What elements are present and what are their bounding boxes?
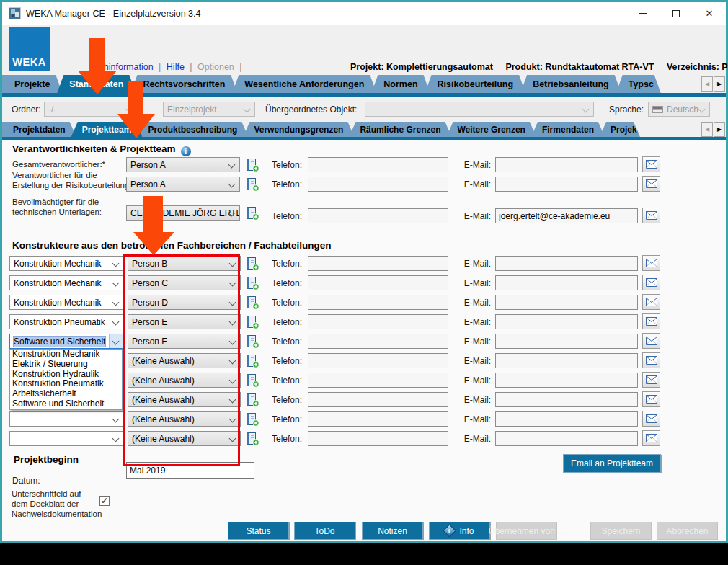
tab-produktbeschreibung[interactable]: Produktbeschreibung: [137, 122, 248, 137]
maximize-button[interactable]: [660, 2, 693, 25]
telefon-input[interactable]: [308, 431, 448, 446]
email-projektteam-button[interactable]: Email an Projektteam: [563, 454, 661, 473]
tab-typschild[interactable]: Typsc: [616, 75, 661, 93]
add-contact-button[interactable]: [244, 334, 261, 350]
add-contact-button[interactable]: [244, 392, 261, 408]
email-input[interactable]: joerg.ertelt@ce-akademie.eu: [495, 208, 638, 223]
add-contact-button[interactable]: [244, 431, 261, 447]
fachbereich-select[interactable]: Konstruktion Mechanik: [9, 295, 124, 310]
notizen-button[interactable]: Notizen: [362, 522, 423, 540]
email-input[interactable]: [495, 353, 638, 368]
dropdown-option[interactable]: Elektrik / Steuerung: [10, 360, 122, 370]
telefon-input[interactable]: [308, 295, 448, 310]
send-mail-button[interactable]: [642, 411, 660, 427]
email-input[interactable]: [495, 392, 638, 407]
email-input[interactable]: [495, 314, 638, 329]
add-contact-button[interactable]: [244, 205, 261, 221]
send-mail-button[interactable]: [642, 255, 660, 271]
tab-projekte[interactable]: Projekte: [2, 75, 62, 93]
minimize-button[interactable]: [626, 2, 660, 25]
add-contact-button[interactable]: [244, 256, 261, 272]
add-contact-button[interactable]: [244, 177, 261, 192]
fachbereich-select[interactable]: Konstruktion Pneumatik: [9, 314, 124, 329]
send-mail-button[interactable]: [642, 372, 660, 388]
risiko-verantwortlicher-select[interactable]: Person A: [126, 177, 240, 192]
tab-projekthistorie[interactable]: Projekthis: [600, 122, 640, 137]
info-button[interactable]: i Info: [429, 522, 490, 540]
tab-wesentliche-anforderungen[interactable]: Wesentliche Anforderungen: [232, 75, 376, 93]
send-mail-button[interactable]: [642, 208, 660, 223]
tab-verwendungsgrenzen[interactable]: Verwendungsgrenzen: [243, 122, 354, 137]
uebernehmen-button: Übernehmen von ...: [496, 522, 557, 540]
send-mail-button[interactable]: [642, 391, 660, 407]
telefon-input[interactable]: [308, 314, 448, 329]
telefon-input[interactable]: [308, 392, 448, 407]
telefon-input[interactable]: [308, 157, 448, 172]
email-input[interactable]: [495, 177, 638, 192]
bevollmaechtigter-select[interactable]: CE-AKADEMIE JÖRG ERTE: [126, 205, 240, 221]
telefon-input[interactable]: [308, 275, 448, 290]
add-contact-button[interactable]: [244, 411, 261, 427]
email-input[interactable]: [495, 373, 638, 388]
telefon-input[interactable]: [308, 256, 448, 271]
tab-betriebsanleitung[interactable]: Betriebsanleitung: [520, 75, 621, 93]
dropdown-option[interactable]: Konstruktion Hydraulik: [10, 370, 122, 380]
close-button[interactable]: ✕: [693, 2, 726, 25]
send-mail-button[interactable]: [642, 176, 660, 192]
fachbereich-select[interactable]: [9, 431, 124, 446]
send-mail-button[interactable]: [642, 430, 660, 446]
tab-raeumliche-grenzen[interactable]: Räumliche Grenzen: [349, 122, 451, 137]
fachbereich-select[interactable]: [9, 411, 124, 427]
add-contact-button[interactable]: [244, 295, 261, 311]
tab-projektdaten[interactable]: Projektdaten: [2, 122, 76, 137]
email-input[interactable]: [495, 157, 638, 172]
verzeichnis-link[interactable]: P1112978: [722, 62, 728, 72]
send-mail-button[interactable]: [642, 294, 660, 310]
info-icon[interactable]: i: [181, 146, 191, 156]
telefon-input[interactable]: [308, 373, 448, 388]
add-contact-button[interactable]: [244, 373, 261, 388]
email-input[interactable]: [495, 295, 638, 310]
status-button[interactable]: Status: [228, 522, 289, 540]
fachbereich-select-open[interactable]: Software und Sicherheit: [9, 334, 124, 349]
tab-firmendaten[interactable]: Firmendaten: [531, 122, 605, 137]
tab-scroll-right-button[interactable]: ▶: [714, 76, 725, 92]
send-mail-button[interactable]: [642, 313, 660, 329]
dropdown-option[interactable]: Software und Sicherheit: [10, 399, 122, 409]
add-contact-button[interactable]: [244, 275, 261, 291]
send-mail-button[interactable]: [642, 333, 660, 349]
tab-scroll-left-button[interactable]: ◀: [701, 76, 713, 92]
fachbereich-select[interactable]: Konstruktion Mechanik: [9, 275, 124, 290]
email-input[interactable]: [495, 256, 638, 271]
add-contact-button[interactable]: [244, 314, 261, 330]
menu-hilfe[interactable]: Hilfe: [167, 62, 185, 72]
telefon-input[interactable]: [308, 177, 448, 192]
tab-normen[interactable]: Normen: [371, 75, 430, 93]
todo-button[interactable]: ToDo: [294, 522, 355, 540]
send-mail-button[interactable]: [642, 156, 660, 172]
subtab-scroll-left-button[interactable]: ◀: [701, 122, 713, 137]
send-mail-button[interactable]: [642, 352, 660, 368]
signature-checkbox[interactable]: ✓: [99, 496, 110, 506]
dropdown-option[interactable]: Konstruktion Pneumatik: [10, 379, 122, 389]
tab-risikobeurteilung[interactable]: Risikobeurteilung: [425, 75, 526, 93]
send-mail-button[interactable]: [642, 275, 660, 290]
add-contact-button[interactable]: [244, 353, 261, 369]
email-input[interactable]: [495, 431, 638, 446]
subtab-scroll-right-button[interactable]: ▶: [714, 122, 725, 137]
dropdown-option[interactable]: Konstruktion Mechanik: [10, 350, 122, 360]
email-input[interactable]: [495, 334, 638, 349]
envelope-icon: [646, 414, 657, 423]
fachbereich-select[interactable]: Konstruktion Mechanik: [9, 256, 124, 271]
tab-rechtsvorschriften[interactable]: Rechtsvorschriften: [130, 75, 237, 93]
email-input[interactable]: [495, 411, 638, 427]
email-input[interactable]: [495, 275, 638, 290]
add-contact-button[interactable]: [244, 157, 261, 173]
dropdown-option[interactable]: Arbeitssicherheit: [10, 389, 122, 399]
telefon-input[interactable]: [308, 411, 448, 427]
telefon-input[interactable]: [308, 208, 448, 223]
telefon-input[interactable]: [308, 334, 448, 349]
gesamtverantwortlicher-select[interactable]: Person A: [126, 157, 240, 172]
telefon-input[interactable]: [308, 353, 448, 368]
tab-weitere-grenzen[interactable]: Weitere Grenzen: [446, 122, 536, 137]
